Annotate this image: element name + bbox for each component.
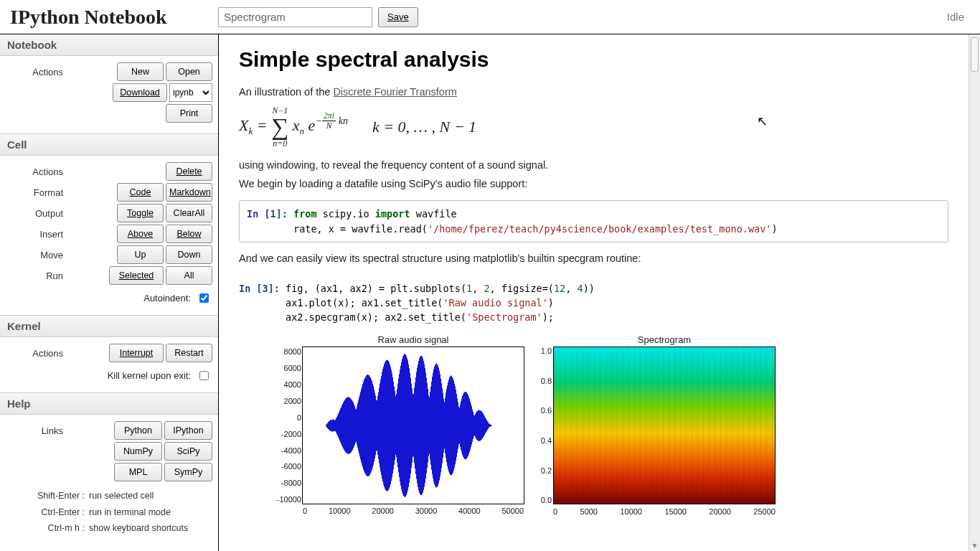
- scroll-down-icon[interactable]: ▼: [969, 540, 980, 551]
- scrollbar-vertical[interactable]: ▲ ▼: [969, 34, 980, 551]
- format-code-button[interactable]: Code: [117, 183, 164, 202]
- sidebar-group-kernel: Kernel: [0, 315, 218, 337]
- label: Actions: [6, 67, 70, 77]
- output-toggle-button[interactable]: Toggle: [117, 204, 164, 222]
- scrollbar-thumb[interactable]: [971, 37, 979, 72]
- app-logo: IPython Notebook: [10, 6, 218, 29]
- label: Insert: [6, 229, 70, 240]
- cell-prompt: In [3]:: [239, 283, 280, 294]
- help-numpy-button[interactable]: NumPy: [114, 442, 162, 461]
- label: Move: [6, 250, 70, 260]
- page-title: Simple spectral analysis: [239, 47, 948, 72]
- kernel-status: Idle: [947, 11, 970, 23]
- cursor-icon: ↖: [757, 113, 768, 129]
- label: Actions: [6, 348, 70, 359]
- label: Format: [6, 187, 70, 198]
- sidebar-group-help: Help: [0, 392, 218, 415]
- kb-shortcut-desc: run in terminal mode: [89, 507, 171, 517]
- notebook-name-input[interactable]: [218, 7, 372, 27]
- label: Run: [6, 270, 70, 281]
- move-down-button[interactable]: Down: [166, 245, 212, 264]
- output-clearall-button[interactable]: ClearAll: [166, 204, 212, 222]
- plot-raw-audio: Raw audio signal 80006000400020000-2000-…: [302, 334, 524, 504]
- kb-shortcut-key: Ctrl-m h :: [26, 520, 89, 537]
- help-sympy-button[interactable]: SymPy: [164, 463, 212, 481]
- autoindent-checkbox[interactable]: [199, 293, 209, 303]
- kb-shortcut-desc: run selected cell: [89, 491, 154, 501]
- format-markdown-button[interactable]: Markdown: [166, 183, 212, 202]
- help-ipython-button[interactable]: IPython: [164, 421, 212, 440]
- label: Output: [6, 208, 70, 219]
- label: Links: [6, 425, 70, 436]
- open-button[interactable]: Open: [166, 62, 212, 81]
- text: An illustration of the: [239, 86, 333, 98]
- text: And we can easily view its spectral stru…: [239, 251, 948, 267]
- kill-kernel-checkbox[interactable]: [199, 371, 209, 380]
- math-formula: Xk = N−1∑n=0 xn e−2πiN kn k = 0, … , N −…: [239, 106, 948, 148]
- kb-shortcut-desc: show keyboard shortcuts: [89, 523, 188, 533]
- kill-kernel-label: Kill kernel upon exit:: [108, 370, 191, 381]
- sidebar-group-cell: Cell: [0, 133, 218, 156]
- kb-shortcut-key: Ctrl-Enter :: [26, 504, 89, 521]
- help-scipy-button[interactable]: SciPy: [164, 442, 212, 461]
- move-up-button[interactable]: Up: [117, 245, 164, 264]
- notebook-content: Simple spectral analysis An illustration…: [219, 34, 969, 551]
- label: Actions: [6, 166, 70, 177]
- code-cell[interactable]: In [1]: from scipy.io import wavfile rat…: [239, 200, 948, 242]
- insert-above-button[interactable]: Above: [117, 225, 164, 243]
- save-button[interactable]: Save: [378, 7, 418, 27]
- download-format-select[interactable]: ipynb: [169, 83, 212, 102]
- cell-prompt: In [1]:: [247, 208, 288, 220]
- help-python-button[interactable]: Python: [114, 421, 162, 440]
- interrupt-button[interactable]: Interrupt: [109, 344, 164, 362]
- run-selected-button[interactable]: Selected: [109, 266, 164, 285]
- run-all-button[interactable]: All: [166, 266, 212, 285]
- delete-button[interactable]: Delete: [166, 162, 212, 181]
- new-button[interactable]: New: [117, 62, 164, 81]
- dft-link[interactable]: Discrete Fourier Transform: [333, 86, 456, 98]
- kb-shortcut-key: Shift-Enter :: [26, 488, 89, 504]
- insert-below-button[interactable]: Below: [166, 225, 212, 243]
- restart-button[interactable]: Restart: [166, 344, 212, 362]
- plot-spectrogram: Spectrogram 1.00.80.60.40.20.0 050001000…: [553, 334, 776, 504]
- download-button[interactable]: Download: [113, 83, 167, 102]
- print-button[interactable]: Print: [166, 104, 212, 123]
- sidebar: Notebook Actions New Open Download ipynb: [0, 34, 219, 551]
- code-cell[interactable]: In [3]: fig, (ax1, ax2) = plt.subplots(1…: [239, 276, 948, 511]
- sidebar-group-notebook: Notebook: [0, 34, 218, 56]
- autoindent-label: Autoindent:: [143, 293, 191, 303]
- text: We begin by loading a datafile using Sci…: [239, 176, 948, 192]
- text: using windowing, to reveal the frequency…: [239, 158, 948, 174]
- help-mpl-button[interactable]: MPL: [114, 463, 162, 481]
